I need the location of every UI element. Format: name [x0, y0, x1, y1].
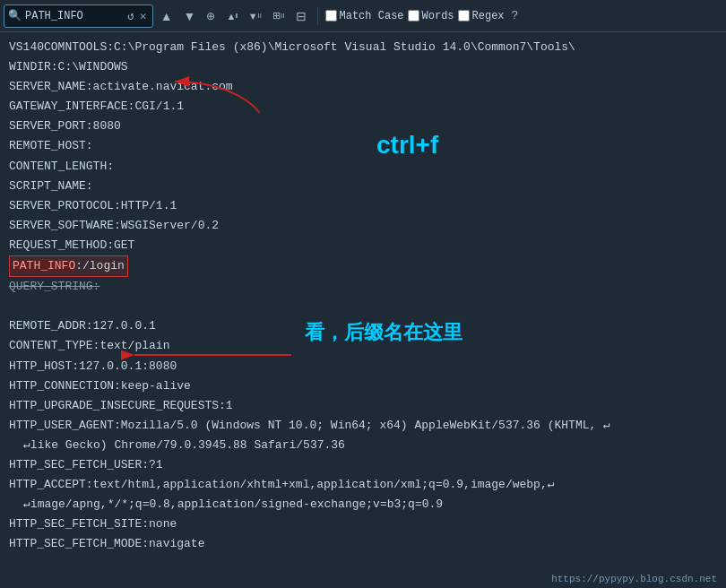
list-item [9, 297, 717, 316]
list-item: SERVER_PORT:8080 [9, 117, 717, 136]
path-info-highlight: PATH_INFO:/login [9, 255, 128, 277]
match-case-checkbox[interactable] [325, 10, 337, 22]
regex-option[interactable]: Regex [458, 10, 505, 22]
regex-checkbox[interactable] [458, 10, 470, 22]
list-item: HTTP_ACCEPT:text/html,application/xhtml+… [9, 475, 717, 495]
find-all-button[interactable]: ⊞II [269, 4, 288, 28]
words-checkbox[interactable] [408, 10, 419, 22]
find-down-button[interactable]: ▼II [245, 4, 265, 28]
list-item: HTTP_SEC_FETCH_USER:?1 [9, 455, 717, 475]
search-box[interactable]: 🔍 ↺ ✕ [4, 4, 153, 28]
help-button[interactable]: ? [512, 9, 519, 22]
list-item: ↵like Gecko) Chrome/79.0.3945.88 Safari/… [9, 436, 717, 455]
list-item: HTTP_CONNECTION:keep-alive [9, 376, 717, 396]
path-info-line: PATH_INFO:/login [9, 255, 717, 277]
arrow-to-path-info [121, 342, 300, 368]
list-item: SERVER_SOFTWARE:WSGIServer/0.2 [9, 216, 717, 236]
search-input[interactable] [25, 10, 124, 22]
arrow-to-search [170, 73, 278, 117]
prev-result-button[interactable]: ▲ [157, 4, 177, 28]
list-item: SERVER_NAME:activate.navicat.com [9, 77, 717, 97]
list-item: SCRIPT_NAME: [9, 177, 717, 196]
content-area: VS140COMNTOOLS:C:\Program Files (x86)\Mi… [0, 32, 726, 588]
regex-label: Regex [472, 10, 505, 22]
list-item: REMOTE_HOST: [9, 136, 717, 156]
path-info-match: PATH_INFO [13, 259, 75, 272]
list-item: QUERY_STRING: [9, 277, 717, 297]
words-option[interactable]: Words [408, 10, 454, 22]
annotation-ctrl-f: ctrl+f [376, 131, 438, 160]
list-item: HTTP_UPGRADE_INSECURE_REQUESTS:1 [9, 396, 717, 416]
list-item: REQUEST_METHOD:GET [9, 236, 717, 255]
list-item: HTTP_USER_AGENT:Mozilla/5.0 (Windows NT … [9, 416, 717, 436]
undo-icon[interactable]: ↺ [124, 4, 138, 28]
filter-button[interactable]: ⊟ [292, 4, 310, 28]
find-up-button[interactable]: ▲II [222, 4, 240, 28]
annotation-suffix: 看，后缀名在这里 [305, 319, 462, 346]
search-icon: 🔍 [8, 9, 22, 22]
words-label: Words [422, 10, 454, 22]
list-item: ↵image/apng,*/*;q=0.8,application/signed… [9, 495, 717, 514]
query-string-strikethrough: QUERY_STRING: [9, 280, 99, 293]
list-item: HTTP_HOST:127.0.0.1:8080 [9, 357, 717, 376]
separator [317, 7, 318, 25]
list-item: WINDIR:C:\WINDOWS [9, 57, 717, 77]
footer-url: https://pypypy.blog.csdn.net [551, 574, 717, 584]
toolbar: 🔍 ↺ ✕ ▲ ▼ ⊕ ▲II ▼II ⊞II ⊟ Match Case Wor… [0, 0, 726, 32]
list-item: HTTP_SEC_FETCH_MODE:navigate [9, 534, 717, 554]
next-result-button[interactable]: ▼ [180, 4, 200, 28]
list-item: SERVER_PROTOCOL:HTTP/1.1 [9, 196, 717, 216]
match-case-option[interactable]: Match Case [325, 10, 404, 22]
list-item: GATEWAY_INTERFACE:CGI/1.1 [9, 97, 717, 117]
list-item: HTTP_SEC_FETCH_SITE:none [9, 514, 717, 534]
clear-search-button[interactable]: ✕ [138, 9, 149, 23]
list-item: VS140COMNTOOLS:C:\Program Files (x86)\Mi… [9, 38, 717, 57]
find-button[interactable]: ⊕ [203, 4, 219, 28]
list-item: CONTENT_LENGTH: [9, 157, 717, 177]
match-case-label: Match Case [340, 10, 404, 22]
